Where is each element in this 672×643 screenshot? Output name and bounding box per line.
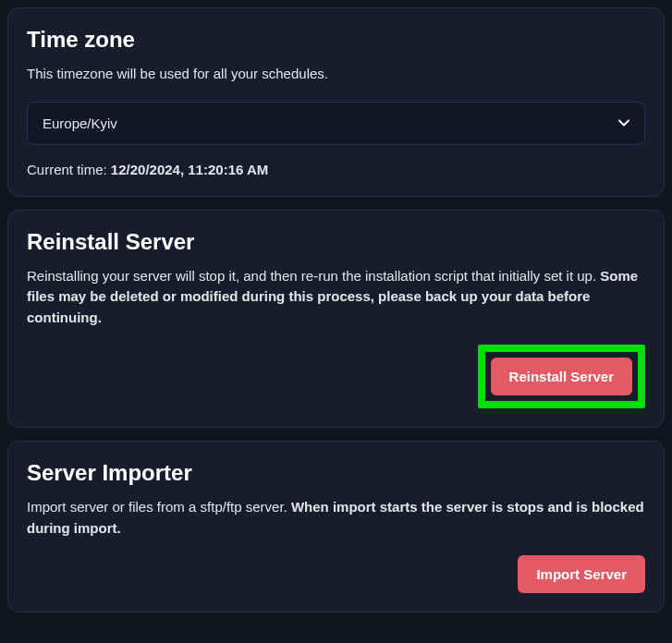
importer-title: Server Importer xyxy=(27,460,645,486)
importer-description: Import server or files from a sftp/ftp s… xyxy=(27,497,645,539)
reinstall-desc-plain: Reinstalling your server will stop it, a… xyxy=(27,268,600,284)
chevron-down-icon xyxy=(618,117,629,128)
timezone-card: Time zone This timezone will be used for… xyxy=(7,7,665,197)
reinstall-button[interactable]: Reinstall Server xyxy=(491,358,632,395)
importer-card: Server Importer Import server or files f… xyxy=(7,441,665,613)
current-time-label: Current time: xyxy=(27,162,111,177)
reinstall-description: Reinstalling your server will stop it, a… xyxy=(27,266,645,329)
current-time-value: 12/20/2024, 11:20:16 AM xyxy=(111,162,268,177)
importer-desc-plain: Import server or files from a sftp/ftp s… xyxy=(27,499,291,515)
reinstall-footer: Reinstall Server xyxy=(27,345,645,408)
reinstall-title: Reinstall Server xyxy=(27,229,645,255)
timezone-select[interactable]: Europe/Kyiv xyxy=(27,102,645,145)
current-time: Current time: 12/20/2024, 11:20:16 AM xyxy=(27,162,645,177)
timezone-select-value: Europe/Kyiv xyxy=(43,115,117,131)
importer-footer: Import Server xyxy=(27,555,645,593)
timezone-select-wrapper: Europe/Kyiv xyxy=(27,102,645,145)
reinstall-highlight: Reinstall Server xyxy=(478,345,645,408)
timezone-title: Time zone xyxy=(27,27,645,53)
reinstall-card: Reinstall Server Reinstalling your serve… xyxy=(7,210,665,429)
timezone-description: This timezone will be used for all your … xyxy=(27,64,645,85)
import-button[interactable]: Import Server xyxy=(518,555,645,593)
